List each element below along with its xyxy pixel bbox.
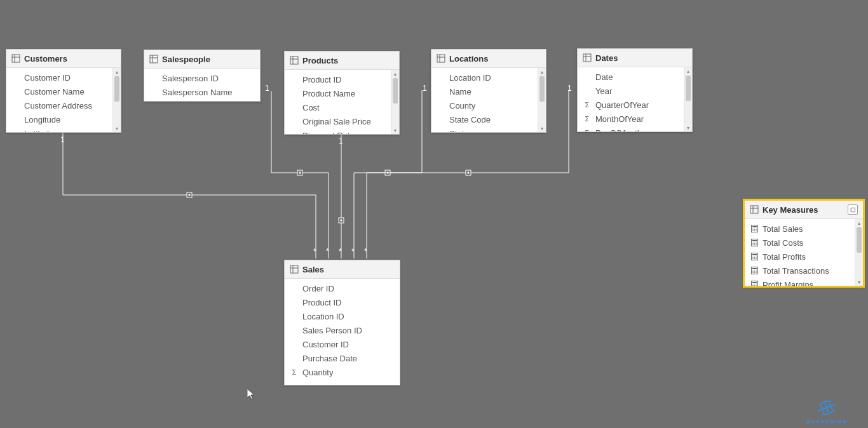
- scroll-down-icon[interactable]: ▾: [391, 126, 399, 134]
- scroll-down-icon[interactable]: ▾: [684, 124, 692, 131]
- cardinality-one: 1: [339, 137, 343, 145]
- table-header[interactable]: Locations: [431, 50, 546, 68]
- field-row[interactable]: Salesperson Name: [144, 85, 260, 99]
- field-row[interactable]: Profit Margins: [745, 278, 855, 286]
- field-row[interactable]: Customer ID: [285, 337, 400, 351]
- field-row[interactable]: ΣQuarterOfYear: [578, 98, 684, 112]
- table-header[interactable]: Products: [285, 51, 399, 70]
- field-name: Longitude: [24, 115, 107, 124]
- maximize-icon[interactable]: ▢: [848, 204, 858, 215]
- field-row[interactable]: Purchase Date: [285, 351, 400, 365]
- scroll-thumb[interactable]: [857, 227, 862, 253]
- field-name: Original Sale Price: [302, 117, 386, 126]
- cardinality-one: 1: [567, 84, 572, 93]
- scroll-up-icon[interactable]: ▴: [684, 67, 692, 75]
- field-row[interactable]: ΣDayOfMonth: [578, 126, 684, 131]
- field-row[interactable]: Cost: [285, 100, 391, 114]
- field-name: Order ID: [302, 284, 395, 293]
- field-name: Customer Address: [24, 101, 107, 110]
- table-icon: [149, 55, 158, 64]
- field-name: Salesperson ID: [162, 74, 255, 83]
- table-header[interactable]: Sales: [285, 260, 400, 279]
- table-key-measures[interactable]: Key Measures ▢ Total SalesTotal CostsTot…: [744, 200, 864, 286]
- cardinality-many: *: [313, 247, 316, 256]
- table-icon: [437, 54, 445, 63]
- field-row[interactable]: Product ID: [285, 72, 391, 86]
- table-locations[interactable]: Locations Location IDNameCountyState Cod…: [431, 49, 546, 133]
- field-row[interactable]: Date: [578, 70, 684, 84]
- field-row[interactable]: State: [431, 126, 538, 132]
- field-row[interactable]: ΣQuantity: [285, 365, 400, 379]
- table-customers[interactable]: Customers Customer IDCustomer NameCustom…: [6, 49, 121, 133]
- field-row[interactable]: Original Sale Price: [285, 114, 391, 128]
- scroll-down-icon[interactable]: ▾: [113, 124, 121, 132]
- sigma-icon: Σ: [583, 115, 592, 123]
- table-products[interactable]: Products Product IDProduct NameCostOrigi…: [284, 51, 400, 135]
- scrollbar[interactable]: ▴ ▾: [391, 70, 399, 134]
- scrollbar[interactable]: ▴ ▾: [684, 67, 692, 131]
- field-row[interactable]: Name: [431, 84, 538, 98]
- subscribe-label: SUBSCRIBE: [806, 418, 848, 424]
- field-row[interactable]: Location ID: [285, 309, 400, 323]
- scroll-thumb[interactable]: [114, 76, 119, 102]
- svg-point-35: [756, 243, 757, 244]
- field-row[interactable]: Discount Rate: [285, 128, 391, 134]
- field-row[interactable]: Latitude: [6, 126, 112, 132]
- field-name: Total Transactions: [763, 266, 850, 276]
- calculator-icon: [750, 253, 759, 260]
- table-header[interactable]: Customers: [6, 50, 121, 68]
- field-row[interactable]: Location ID: [431, 70, 538, 84]
- table-title: Dates: [595, 53, 687, 63]
- scroll-up-icon[interactable]: ▴: [855, 219, 863, 227]
- scroll-up-icon[interactable]: ▴: [113, 68, 121, 76]
- table-header[interactable]: Dates: [578, 49, 692, 67]
- scroll-thumb[interactable]: [539, 76, 545, 102]
- field-row[interactable]: Customer Name: [6, 84, 112, 98]
- scrollbar[interactable]: ▴ ▾: [855, 219, 863, 286]
- table-header[interactable]: Key Measures ▢: [745, 201, 863, 219]
- field-name: Sales Person ID: [302, 326, 395, 335]
- field-row[interactable]: Sales Person ID: [285, 323, 400, 337]
- scrollbar[interactable]: ▴ ▾: [112, 68, 121, 132]
- scroll-thumb[interactable]: [393, 78, 398, 104]
- field-row[interactable]: Order ID: [285, 281, 400, 295]
- calculator-icon: [750, 225, 759, 232]
- field-row[interactable]: Total Transactions: [745, 264, 855, 278]
- table-header[interactable]: Salespeople: [144, 50, 260, 69]
- table-dates[interactable]: Dates DateYearΣQuarterOfYearΣMonthOfYear…: [577, 48, 693, 132]
- field-name: Product Name: [302, 89, 386, 98]
- field-row[interactable]: Customer ID: [6, 70, 112, 84]
- field-row[interactable]: Customer Address: [6, 98, 112, 112]
- table-salespeople[interactable]: Salespeople Salesperson IDSalesperson Na…: [144, 50, 261, 102]
- field-row[interactable]: ΣMonthOfYear: [578, 112, 684, 126]
- field-row[interactable]: Total Costs: [745, 236, 855, 250]
- field-row[interactable]: Product Name: [285, 86, 391, 100]
- field-name: Cost: [302, 103, 386, 112]
- field-row[interactable]: Total Profits: [745, 250, 855, 264]
- field-name: Customer ID: [302, 340, 395, 349]
- scroll-thumb[interactable]: [686, 76, 691, 101]
- scroll-down-icon[interactable]: ▾: [538, 124, 546, 132]
- svg-point-58: [754, 284, 755, 286]
- model-canvas[interactable]: 1 1 1 1 1 * * * * * Customers Customer I…: [0, 0, 868, 428]
- field-name: Product ID: [302, 75, 386, 84]
- field-name: County: [449, 101, 532, 110]
- subscribe-watermark: SUBSCRIBE: [806, 398, 848, 424]
- field-row[interactable]: Total Sales: [745, 222, 855, 236]
- svg-point-49: [752, 271, 754, 272]
- field-row[interactable]: Year: [578, 84, 684, 98]
- cardinality-one: 1: [60, 135, 65, 144]
- field-row[interactable]: Salesperson ID: [144, 71, 260, 85]
- table-sales[interactable]: Sales Order IDProduct IDLocation IDSales…: [284, 260, 400, 385]
- scrollbar[interactable]: ▴ ▾: [538, 68, 546, 132]
- field-row[interactable]: Product ID: [285, 295, 400, 309]
- sigma-icon: Σ: [583, 101, 592, 109]
- scroll-up-icon[interactable]: ▴: [538, 68, 546, 76]
- scroll-up-icon[interactable]: ▴: [391, 70, 399, 77]
- field-row[interactable]: State Code: [431, 112, 538, 126]
- field-row[interactable]: Longitude: [6, 112, 112, 126]
- field-row[interactable]: County: [431, 98, 538, 112]
- field-name: Purchase Date: [302, 354, 395, 363]
- scroll-down-icon[interactable]: ▾: [855, 278, 863, 286]
- svg-rect-2: [12, 55, 20, 62]
